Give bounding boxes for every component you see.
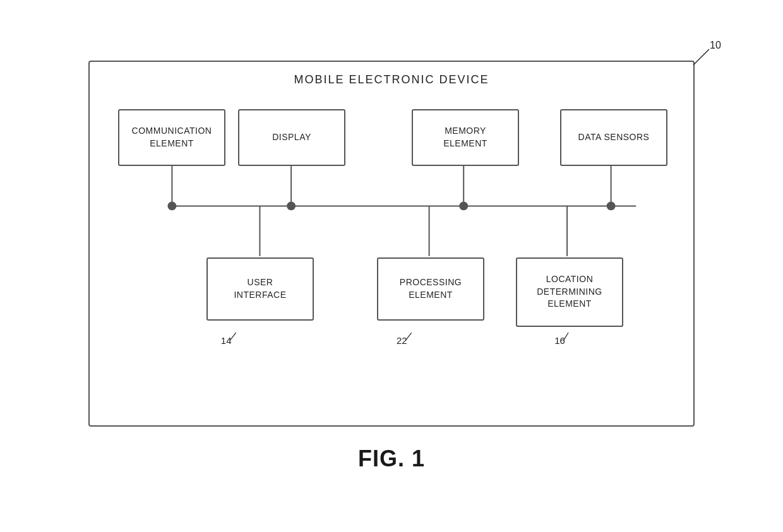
svg-point-11 bbox=[459, 201, 468, 210]
device-box: 10 MOBILE ELECTRONIC DEVICE bbox=[88, 61, 695, 427]
ref-10-label: 10 bbox=[710, 40, 721, 50]
svg-point-9 bbox=[167, 201, 176, 210]
page-container: 10 MOBILE ELECTRONIC DEVICE bbox=[0, 0, 783, 532]
data-sensors-block: DATA SENSORS bbox=[560, 109, 667, 166]
user-interface-label: USERINTERFACE bbox=[234, 276, 286, 301]
processing-element-block: PROCESSINGELEMENT bbox=[377, 257, 484, 321]
processing-element-label: PROCESSINGELEMENT bbox=[400, 276, 462, 301]
svg-text:16: 16 bbox=[554, 335, 565, 345]
figure-label: FIG. 1 bbox=[358, 446, 425, 472]
svg-line-24 bbox=[405, 333, 412, 341]
display-label: DISPLAY bbox=[272, 131, 311, 144]
device-title: MOBILE ELECTRONIC DEVICE bbox=[90, 73, 693, 86]
svg-line-0 bbox=[693, 49, 709, 65]
memory-element-block: MEMORYELEMENT bbox=[412, 109, 519, 166]
svg-text:14: 14 bbox=[221, 335, 232, 345]
svg-line-26 bbox=[563, 333, 568, 341]
location-determining-block: LOCATIONDETERMININGELEMENT bbox=[516, 257, 623, 327]
svg-point-12 bbox=[607, 201, 616, 210]
svg-text:22: 22 bbox=[397, 335, 407, 345]
ref-10-indicator: 10 bbox=[681, 43, 719, 68]
location-determining-label: LOCATIONDETERMININGELEMENT bbox=[537, 273, 602, 310]
user-interface-block: USERINTERFACE bbox=[206, 257, 314, 321]
display-block: DISPLAY bbox=[238, 109, 345, 166]
communication-element-block: COMMUNICATIONELEMENT bbox=[118, 109, 225, 166]
svg-point-10 bbox=[287, 201, 296, 210]
communication-element-label: COMMUNICATIONELEMENT bbox=[132, 125, 212, 150]
memory-element-label: MEMORYELEMENT bbox=[443, 125, 487, 150]
svg-line-22 bbox=[230, 333, 236, 341]
data-sensors-label: DATA SENSORS bbox=[578, 131, 650, 144]
